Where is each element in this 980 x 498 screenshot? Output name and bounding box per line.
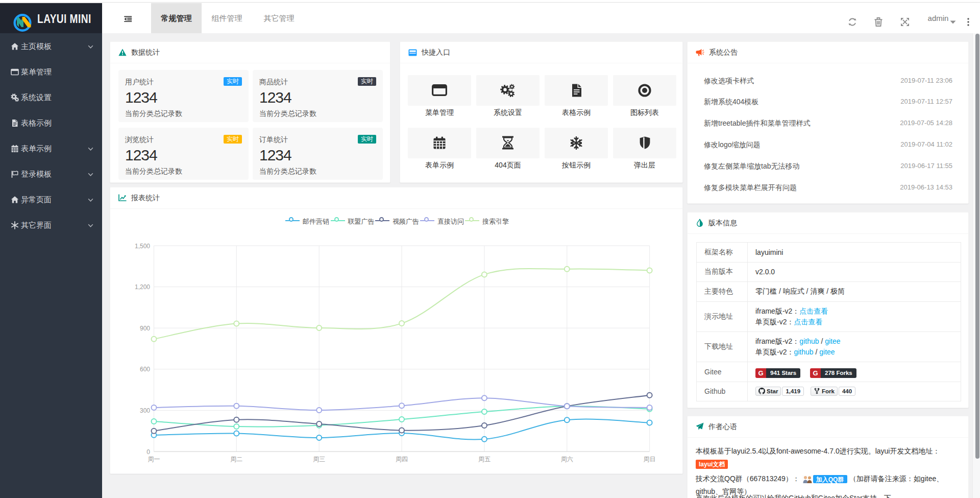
svg-text:周二: 周二 [230, 456, 242, 463]
svg-text:900: 900 [140, 325, 150, 332]
svg-text:周六: 周六 [561, 456, 573, 463]
svg-text:周四: 周四 [396, 456, 408, 463]
svg-text:周三: 周三 [313, 456, 325, 463]
svg-text:周五: 周五 [478, 456, 491, 463]
svg-text:周一: 周一 [148, 456, 160, 463]
svg-text:300: 300 [140, 407, 150, 414]
svg-text:加入QQ群: 加入QQ群 [816, 476, 844, 483]
svg-text:0: 0 [146, 448, 150, 456]
svg-text:1,200: 1,200 [135, 283, 150, 291]
svg-text:周日: 周日 [644, 456, 656, 463]
svg-text:600: 600 [140, 366, 150, 373]
svg-text:1,500: 1,500 [135, 243, 150, 250]
